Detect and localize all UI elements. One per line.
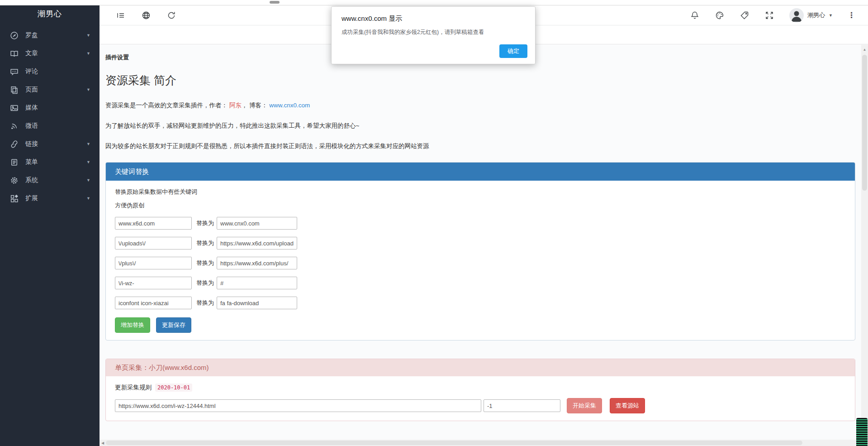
- keyword-panel-header: 关键词替换: [106, 163, 855, 181]
- tag-icon[interactable]: [740, 10, 749, 20]
- rule-update-date: 2020-10-01: [155, 384, 192, 392]
- chevron-down-icon: ▼: [86, 33, 90, 38]
- sidebar-item-extensions[interactable]: 扩展 ▼: [0, 189, 100, 207]
- keyword-from-input[interactable]: [115, 257, 192, 269]
- blog-link[interactable]: www.cnx0.com: [269, 102, 310, 109]
- sidebar-item-dashboard[interactable]: 罗盘 ▼: [0, 26, 100, 44]
- scroll-up-arrow-icon[interactable]: ▲: [861, 45, 868, 52]
- image-icon: [10, 104, 19, 112]
- keyword-replace-panel: 关键词替换 替换原始采集数据中有些关键词 方便伪原创 替换为 替换为 替换为: [105, 162, 855, 340]
- admin-app: 潮男心 罗盘 ▼ 文章 ▼ 评论 页面 ▼ 媒: [0, 0, 868, 446]
- vertical-scroll-thumb[interactable]: [862, 55, 867, 191]
- sidebar-item-label: 菜单: [25, 158, 38, 166]
- main-content: 插件设置 资源采集 简介 资源采集是一个高效的文章采集插件，作者： 阿东， 博客…: [100, 45, 861, 440]
- update-save-button[interactable]: 更新保存: [156, 317, 191, 333]
- sidebar-item-label: 罗盘: [25, 31, 38, 39]
- rule-update-label: 更新采集规则: [115, 384, 152, 392]
- keyword-row: 替换为: [115, 237, 846, 249]
- single-collect-panel: 单页采集：小刀(www.x6d.com) 更新采集规则 2020-10-01 开…: [105, 359, 855, 421]
- collect-count-input[interactable]: [484, 399, 560, 412]
- gear-icon: [10, 176, 19, 185]
- replace-with-label: 替换为: [196, 259, 214, 267]
- keyword-desc-2: 方便伪原创: [115, 201, 846, 210]
- collect-url-input[interactable]: [115, 399, 481, 412]
- chevron-down-icon: ▼: [86, 160, 90, 164]
- keyword-from-input[interactable]: [115, 217, 192, 230]
- horizontal-scroll-thumb[interactable]: [106, 441, 802, 445]
- sidebar-item-menus[interactable]: 菜单 ▼: [0, 153, 100, 171]
- sidebar-item-articles[interactable]: 文章 ▼: [0, 44, 100, 62]
- keyword-buttons: 增加替换 更新保存: [115, 317, 846, 333]
- sidebar-item-label: 链接: [25, 140, 38, 148]
- rule-update-line: 更新采集规则 2020-10-01: [115, 384, 846, 392]
- start-collect-button[interactable]: 开始采集: [567, 398, 602, 413]
- sidebar-item-links[interactable]: 链接 ▼: [0, 135, 100, 153]
- single-panel-body: 更新采集规则 2020-10-01 开始采集 查看源站: [106, 376, 855, 421]
- keyword-from-input[interactable]: [115, 297, 192, 309]
- browser-top-edge: [0, 0, 868, 5]
- sidebar: 潮男心 罗盘 ▼ 文章 ▼ 评论 页面 ▼ 媒: [0, 0, 100, 446]
- keyword-to-input[interactable]: [217, 277, 297, 289]
- book-icon: [10, 49, 19, 58]
- view-source-button[interactable]: 查看源站: [610, 398, 645, 413]
- keyword-row: 替换为: [115, 217, 846, 230]
- keyword-to-input[interactable]: [217, 237, 297, 249]
- keyword-to-input[interactable]: [217, 297, 297, 309]
- replace-with-label: 替换为: [196, 299, 214, 307]
- keyword-row: 替换为: [115, 277, 846, 289]
- bell-icon[interactable]: [690, 10, 700, 20]
- keyword-to-input[interactable]: [217, 217, 297, 230]
- sidebar-item-label: 媒体: [25, 104, 38, 112]
- description-paragraph-2: 为了解放站长的双手，减轻网站更新维护的压力，特此推出这款采集工具，希望大家用的舒…: [105, 122, 855, 130]
- keyword-to-input[interactable]: [217, 257, 297, 269]
- expand-icon[interactable]: [764, 10, 774, 20]
- globe-icon[interactable]: [141, 10, 151, 20]
- replace-with-label: 替换为: [196, 239, 214, 247]
- compass-icon: [10, 31, 19, 40]
- green-striped-widget: [856, 418, 868, 446]
- user-menu[interactable]: 潮男心 ▼: [789, 8, 833, 23]
- replace-with-label: 替换为: [196, 219, 214, 227]
- horizontal-scrollbar[interactable]: ◀ ▶: [100, 440, 861, 446]
- vertical-scrollbar[interactable]: ▲: [861, 45, 868, 446]
- topbar-left-group: [100, 10, 176, 20]
- chevron-down-icon: ▼: [829, 13, 833, 18]
- alert-dialog: www.cnx0.com 显示 成功采集(抖音我和我的家乡领2元红包)，请到草稿…: [331, 6, 536, 64]
- sidebar-item-label: 文章: [25, 49, 38, 58]
- sidebar-nav: 罗盘 ▼ 文章 ▼ 评论 页面 ▼ 媒体: [0, 26, 100, 207]
- browser-drag-handle: [270, 1, 280, 4]
- intro-prefix: 资源采集是一个高效的文章采集插件，作者：: [105, 102, 228, 109]
- chevron-down-icon: ▼: [86, 178, 90, 182]
- alert-dialog-title: www.cnx0.com 显示: [342, 14, 525, 23]
- keyword-row: 替换为: [115, 297, 846, 309]
- scroll-left-arrow-icon[interactable]: ◀: [100, 441, 106, 445]
- keyword-from-input[interactable]: [115, 277, 192, 289]
- topbar-right-group: 潮男心 ▼ ⋮: [690, 8, 868, 23]
- single-panel-header: 单页采集：小刀(www.x6d.com): [106, 359, 855, 376]
- alert-confirm-button[interactable]: 确定: [499, 44, 527, 58]
- sidebar-item-microblog[interactable]: 微语: [0, 117, 100, 135]
- add-replace-button[interactable]: 增加替换: [115, 317, 150, 333]
- page-title: 资源采集 简介: [105, 73, 855, 88]
- refresh-icon[interactable]: [166, 10, 176, 20]
- replace-with-label: 替换为: [196, 279, 214, 287]
- single-collect-row: 开始采集 查看源站: [115, 398, 846, 413]
- intro-paragraph: 资源采集是一个高效的文章采集插件，作者： 阿东， 博客： www.cnx0.co…: [105, 101, 855, 110]
- palette-icon[interactable]: [715, 10, 725, 20]
- keyword-from-input[interactable]: [115, 237, 192, 249]
- chevron-down-icon: ▼: [86, 196, 90, 201]
- clipboard-icon: [10, 158, 19, 167]
- kebab-menu-icon[interactable]: ⋮: [848, 11, 855, 19]
- chevron-down-icon: ▼: [86, 142, 90, 146]
- author-name: 阿东: [229, 102, 242, 109]
- signal-icon: [10, 122, 19, 130]
- sidebar-item-media[interactable]: 媒体: [0, 99, 100, 117]
- avatar: [789, 8, 804, 23]
- pages-icon: [10, 86, 19, 94]
- sidebar-item-system[interactable]: 系统 ▼: [0, 171, 100, 189]
- sidebar-item-pages[interactable]: 页面 ▼: [0, 81, 100, 99]
- comment-icon: [10, 67, 19, 76]
- sidebar-item-comments[interactable]: 评论: [0, 62, 100, 81]
- collapse-menu-icon[interactable]: [116, 10, 126, 20]
- intro-mid: ， 博客：: [242, 102, 268, 109]
